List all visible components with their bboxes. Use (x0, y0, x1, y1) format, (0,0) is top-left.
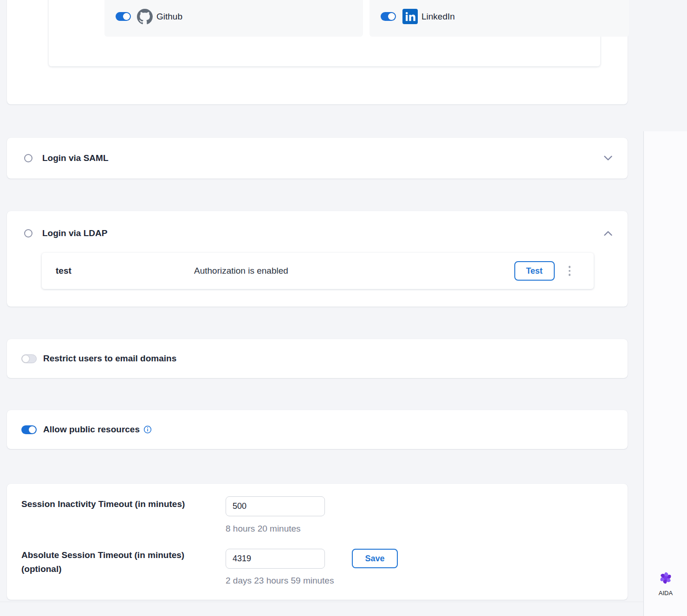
provider-label: LinkedIn (421, 12, 455, 22)
ldap-section: Login via LDAP test Authorization is ena… (7, 211, 628, 307)
restrict-domains-section: Restrict users to email domains (7, 339, 628, 378)
ldap-label: Login via LDAP (42, 228, 107, 238)
session-timeout-section: Session Inactivity Timeout (in minutes) … (7, 484, 628, 600)
linkedin-icon (402, 9, 418, 25)
saml-label: Login via SAML (42, 153, 109, 163)
absolute-timeout-label: Absolute Session Timeout (in minutes) (o… (21, 548, 207, 576)
public-resources-toggle[interactable] (21, 425, 37, 434)
ldap-config-status: Authorization is enabled (194, 266, 514, 276)
ldap-radio[interactable] (24, 229, 32, 237)
kebab-menu-icon[interactable] (567, 264, 573, 278)
inactivity-timeout-label: Session Inactivity Timeout (in minutes) (21, 497, 185, 511)
inactivity-timeout-input[interactable] (226, 496, 325, 516)
content-bottom-divider (0, 602, 643, 602)
public-resources-section: Allow public resources (7, 410, 628, 449)
github-toggle[interactable] (116, 12, 131, 21)
linkedin-toggle[interactable] (381, 12, 396, 21)
absolute-timeout-label-optional: (optional) (21, 562, 207, 576)
auth-settings-page: { "colors": { "accent_blue": "#1a6fd6", … (0, 0, 687, 616)
chevron-up-icon[interactable] (603, 231, 613, 236)
restrict-domains-label: Restrict users to email domains (43, 353, 176, 364)
provider-label: Github (156, 12, 182, 22)
absolute-timeout-label-line1: Absolute Session Timeout (in minutes) (21, 548, 207, 562)
save-button[interactable]: Save (352, 549, 398, 568)
github-icon (137, 9, 153, 25)
test-button[interactable]: Test (514, 261, 555, 281)
right-gutter (643, 131, 687, 616)
provider-row-linkedin: LinkedIn (369, 0, 629, 37)
absolute-timeout-input[interactable] (226, 549, 325, 569)
saml-radio[interactable] (24, 154, 32, 162)
provider-row-github: Github (104, 0, 363, 37)
chevron-down-icon[interactable] (603, 155, 613, 161)
inactivity-timeout-hint: 8 hours 20 minutes (226, 523, 301, 535)
aida-label: AIDA (651, 590, 680, 597)
providers-grid: Bitbucket Google Github (49, 0, 600, 66)
saml-section: Login via SAML (7, 138, 628, 179)
absolute-timeout-hint: 2 days 23 hours 59 minutes (226, 575, 334, 587)
ldap-config-name: test (56, 266, 194, 276)
aida-flower-icon (657, 569, 674, 587)
ldap-header: Login via LDAP (7, 211, 628, 256)
ldap-config-row: test Authorization is enabled Test (42, 253, 594, 289)
restrict-domains-toggle[interactable] (21, 354, 37, 363)
aida-branding[interactable]: AIDA (651, 569, 680, 597)
public-resources-label: Allow public resources (43, 424, 140, 435)
info-icon[interactable] (143, 425, 152, 434)
login-providers-card: Bitbucket Google Github (7, 0, 628, 104)
